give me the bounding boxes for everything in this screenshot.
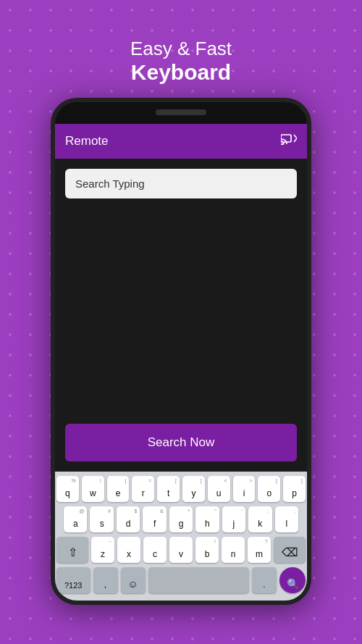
key-b[interactable]: !b: [195, 537, 219, 563]
content-area: [65, 198, 297, 424]
key-f[interactable]: &f: [143, 506, 166, 532]
key-t[interactable]: [t: [157, 476, 180, 502]
search-input[interactable]: [75, 177, 287, 190]
key-s[interactable]: #s: [90, 506, 113, 532]
screen-content: Search Now: [55, 159, 307, 472]
key-u[interactable]: <u: [208, 476, 230, 502]
key-v[interactable]: v: [169, 537, 193, 563]
shift-key[interactable]: ⇧: [56, 537, 88, 563]
keyboard-row-4: ?123 , ☺ . 🔍: [56, 567, 306, 593]
key-j[interactable]: 'j: [222, 506, 245, 532]
app-bar: Remote: [55, 124, 307, 159]
cast-icon[interactable]: [281, 133, 297, 150]
emoji-key[interactable]: ☺: [121, 567, 146, 593]
key-q[interactable]: %q: [56, 476, 79, 502]
key-l[interactable]: ;l: [275, 506, 298, 532]
key-d[interactable]: $d: [117, 506, 140, 532]
keyboard: %q \w |e =r [t ]y <u >i {o }p @a #s $d &…: [55, 472, 307, 601]
comma-key[interactable]: ,: [93, 567, 118, 593]
keyboard-row-3: ⇧ ~z x c v !b n ?m ⌫: [56, 537, 306, 563]
header-line2: Keyboard: [130, 60, 232, 85]
header-section: Easy & Fast Keyboard: [130, 38, 232, 85]
key-o[interactable]: {o: [258, 476, 280, 502]
keyboard-row-2: @a #s $d &f *g "h 'j :k ;l: [56, 506, 306, 532]
key-i[interactable]: >i: [233, 476, 256, 502]
num-key[interactable]: ?123: [56, 567, 90, 593]
key-r[interactable]: =r: [132, 476, 154, 502]
keyboard-row-1: %q \w |e =r [t ]y <u >i {o }p: [56, 476, 306, 502]
key-m[interactable]: ?m: [248, 537, 271, 563]
header-line1: Easy & Fast: [130, 38, 232, 60]
app-bar-title: Remote: [65, 134, 109, 149]
key-k[interactable]: :k: [248, 506, 272, 532]
key-h[interactable]: "h: [195, 506, 219, 532]
key-z[interactable]: ~z: [91, 537, 114, 563]
search-key[interactable]: 🔍: [279, 567, 306, 593]
key-g[interactable]: *g: [169, 506, 193, 532]
key-x[interactable]: x: [117, 537, 140, 563]
key-n[interactable]: n: [222, 537, 245, 563]
phone-frame: Remote Search Now %q \w |e =r [t ]y <u: [51, 98, 311, 605]
space-key[interactable]: [148, 567, 250, 593]
backspace-key[interactable]: ⌫: [274, 537, 306, 563]
key-e[interactable]: |e: [107, 476, 130, 502]
search-bar[interactable]: [65, 169, 297, 198]
key-w[interactable]: \w: [82, 476, 104, 502]
key-p[interactable]: }p: [283, 476, 306, 502]
search-now-button[interactable]: Search Now: [65, 424, 297, 461]
period-key[interactable]: .: [252, 567, 277, 593]
key-c[interactable]: c: [143, 537, 167, 563]
key-y[interactable]: ]y: [182, 476, 205, 502]
key-a[interactable]: @a: [64, 506, 87, 532]
